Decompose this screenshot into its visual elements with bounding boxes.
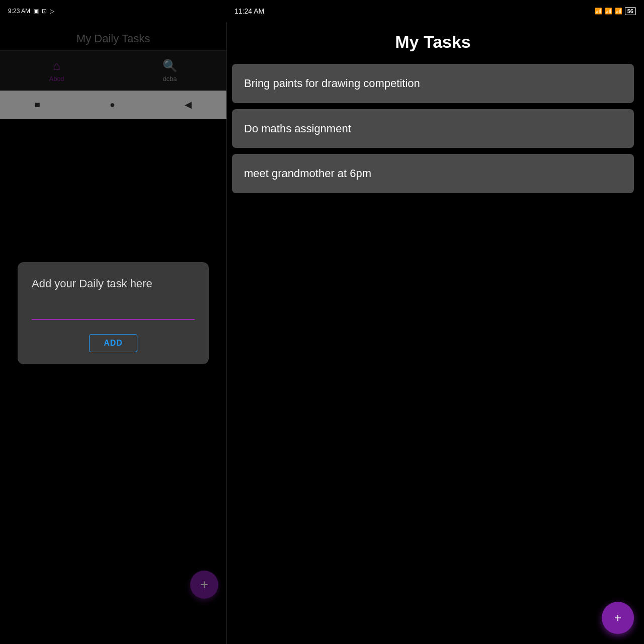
status-icon-3: ▷	[50, 8, 54, 15]
status-icon-2: ⊡	[42, 8, 47, 15]
left-status-bar: 9:23 AM ▣ ⊡ ▷	[0, 0, 226, 22]
modal-overlay[interactable]: Add your Daily task here ADD	[0, 22, 226, 604]
modal-dialog: Add your Daily task here ADD	[18, 262, 209, 364]
task-item-1[interactable]: Do maths assignment	[232, 109, 634, 148]
right-status-bar: 11:24 AM 📶 📶 📶 56	[226, 0, 644, 22]
main-area: My Daily Tasks Add your Daily task here …	[0, 22, 644, 644]
right-panel-title: My Tasks	[232, 32, 634, 52]
right-time: 11:24 AM	[234, 7, 264, 15]
right-panel: My Tasks Bring paints for drawing compet…	[227, 22, 644, 644]
right-fab-button[interactable]: +	[602, 602, 634, 634]
task-list: Bring paints for drawing competition Do …	[232, 64, 634, 193]
battery-indicator: 56	[625, 7, 636, 15]
add-button[interactable]: ADD	[89, 334, 137, 352]
task-text-2: meet grandmother at 6pm	[244, 167, 371, 180]
left-time: 9:23 AM	[8, 8, 30, 15]
signal-icon-1: 📶	[605, 8, 612, 15]
task-text-0: Bring paints for drawing competition	[244, 77, 420, 90]
task-input[interactable]	[32, 302, 195, 320]
left-panel: My Daily Tasks Add your Daily task here …	[0, 22, 226, 644]
right-status-icons: 📶 📶 📶 56	[595, 7, 636, 15]
status-bar: 9:23 AM ▣ ⊡ ▷ 11:24 AM 📶 📶 📶 56	[0, 0, 644, 22]
modal-input-container	[32, 302, 195, 320]
status-icon-1: ▣	[33, 8, 39, 15]
task-item-2[interactable]: meet grandmother at 6pm	[232, 154, 634, 193]
modal-title: Add your Daily task here	[32, 277, 195, 290]
task-text-1: Do maths assignment	[244, 122, 351, 135]
task-item-0[interactable]: Bring paints for drawing competition	[232, 64, 634, 103]
signal-icon-2: 📶	[615, 8, 622, 15]
wifi-icon: 📶	[595, 8, 602, 15]
